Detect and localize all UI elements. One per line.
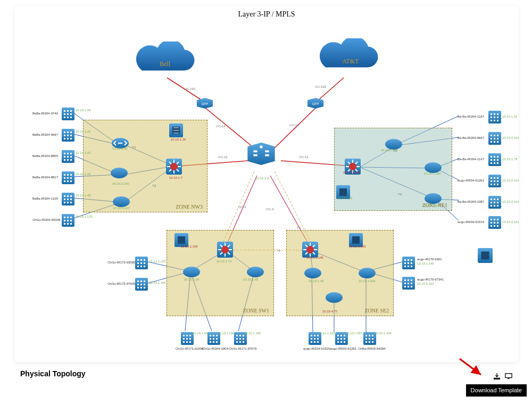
- switch-ip: 10.10.1.43: [76, 172, 90, 176]
- svg-rect-156: [140, 262, 142, 264]
- svg-rect-166: [140, 284, 142, 285]
- switch-icon: [62, 171, 74, 184]
- svg-rect-242: [365, 335, 367, 336]
- svg-rect-229: [314, 341, 315, 343]
- svg-rect-118: [491, 162, 492, 164]
- device-ip: 10.10.1.194: [375, 332, 392, 335]
- svg-rect-184: [411, 279, 412, 281]
- svg-point-10: [349, 163, 356, 170]
- svg-rect-60: [70, 159, 72, 161]
- switch-ip: 10.10.1.175: [76, 215, 93, 218]
- switch-icon: [488, 153, 501, 166]
- svg-rect-3: [265, 154, 269, 156]
- svg-rect-183: [408, 279, 409, 281]
- svg-rect-93: [494, 113, 495, 115]
- svg-point-30: [326, 292, 343, 303]
- hub-sw1: [216, 241, 234, 259]
- svg-rect-206: [213, 338, 214, 340]
- svg-rect-193: [186, 335, 188, 336]
- svg-rect-108: [491, 141, 492, 143]
- device-ip: 10.10.2.74: [217, 260, 231, 263]
- svg-rect-225: [311, 338, 312, 340]
- svg-point-8: [170, 163, 178, 170]
- svg-rect-127: [497, 180, 498, 182]
- svg-rect-90: [70, 223, 72, 225]
- svg-rect-248: [365, 341, 367, 343]
- switch-name: BeBa-IR204-9697: [32, 133, 58, 136]
- device-ip: 10.10.1.34: [184, 278, 199, 281]
- svg-rect-0: [253, 151, 257, 153]
- switch-name: ChGo-IR173-91908: [176, 347, 203, 350]
- svg-rect-80: [70, 202, 72, 203]
- svg-rect-178: [404, 266, 406, 267]
- device-ip: 10.10.1.43: [309, 279, 323, 283]
- svg-rect-39: [67, 117, 69, 118]
- link-label: T3: [297, 226, 301, 229]
- svg-rect-33: [67, 110, 69, 112]
- svg-rect-228: [311, 341, 312, 343]
- svg-rect-1: [253, 154, 257, 156]
- device-ip: 10.10.1.181: [318, 332, 335, 335]
- svg-rect-198: [183, 341, 185, 343]
- svg-rect-52: [64, 153, 65, 154]
- switch-name: augu-IR170-97341: [417, 278, 444, 281]
- router: [358, 266, 377, 280]
- device-ip: 10.10.1.105: [381, 149, 398, 152]
- svg-rect-110: [497, 141, 498, 143]
- svg-rect-217: [243, 338, 244, 340]
- hub-nw3: [165, 158, 183, 176]
- svg-rect-48: [64, 138, 65, 139]
- svg-rect-53: [67, 153, 69, 154]
- svg-rect-44: [70, 131, 72, 133]
- switch-name: BeBa-IR204-8855: [32, 154, 58, 158]
- svg-rect-234: [344, 335, 345, 336]
- svg-rect-34: [70, 110, 72, 112]
- device-ip: 10.13.1.132: [218, 332, 235, 335]
- device-ip: 10.10.1.190: [424, 172, 441, 175]
- svg-rect-43: [67, 131, 69, 133]
- switch-name: ChGo-IR204-55348: [32, 218, 60, 221]
- download-icon[interactable]: [493, 373, 501, 380]
- svg-rect-54: [70, 153, 72, 154]
- svg-rect-251: [505, 374, 512, 378]
- core-switch-ip: 10.10.1.3: [255, 177, 269, 180]
- switch-icon: [135, 278, 148, 291]
- link-label: OC-12: [216, 125, 226, 128]
- svg-rect-65: [64, 177, 65, 179]
- switch-icon: [62, 214, 74, 227]
- svg-rect-137: [497, 202, 498, 203]
- svg-rect-187: [411, 283, 412, 284]
- qfp-1: QFP: [196, 97, 214, 111]
- svg-rect-126: [494, 180, 495, 182]
- svg-rect-214: [243, 335, 244, 336]
- svg-rect-155: [137, 262, 139, 264]
- svg-rect-233: [340, 335, 342, 336]
- svg-rect-195: [183, 338, 185, 340]
- device-ip: 10.10.1.145: [306, 256, 323, 259]
- svg-rect-148: [491, 225, 492, 227]
- svg-rect-133: [494, 199, 495, 200]
- desktop-icon[interactable]: [505, 373, 512, 380]
- svg-rect-95: [491, 117, 492, 118]
- svg-rect-116: [494, 159, 495, 161]
- switch-name: augu-IR503-91281: [330, 347, 356, 350]
- switch-ip: 13.10.1.164: [149, 281, 166, 284]
- svg-point-25: [425, 193, 442, 204]
- svg-rect-125: [491, 180, 492, 182]
- svg-rect-222: [311, 335, 312, 336]
- svg-rect-37: [70, 113, 72, 115]
- svg-rect-188: [404, 286, 406, 287]
- svg-rect-134: [497, 199, 498, 200]
- download-tooltip: Download Template: [466, 384, 527, 397]
- svg-rect-136: [494, 202, 495, 203]
- svg-rect-158: [137, 266, 139, 267]
- device-ip: 10.10.1.65: [337, 196, 352, 200]
- switch-icon: [488, 175, 501, 187]
- svg-rect-194: [189, 335, 191, 336]
- svg-rect-114: [497, 156, 498, 158]
- svg-rect-83: [67, 217, 69, 218]
- svg-rect-64: [70, 174, 72, 176]
- switch-name: Ba-Ba-IR204-1187: [458, 115, 484, 118]
- switch-icon: [62, 150, 74, 163]
- svg-rect-103: [494, 135, 495, 136]
